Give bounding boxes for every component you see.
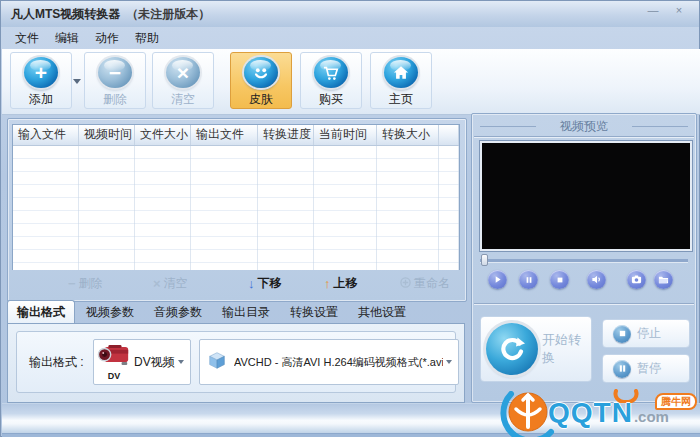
col-filler <box>459 125 464 145</box>
convert-icon <box>486 323 538 375</box>
stop-button[interactable] <box>550 270 569 289</box>
smiley-icon <box>244 57 278 88</box>
rename-icon <box>400 277 411 290</box>
chevron-down-icon <box>446 360 452 364</box>
stop-convert-label: 停止 <box>637 325 661 342</box>
pause-convert-icon <box>613 360 631 378</box>
menu-edit[interactable]: 编辑 <box>47 27 87 50</box>
close-icon[interactable]: × <box>669 4 689 18</box>
edition-label: （未注册版本） <box>126 7 210 21</box>
arrow-up-icon: ↑ <box>324 277 331 290</box>
open-folder-button[interactable] <box>654 270 673 289</box>
pause-convert-label: 暂停 <box>637 360 661 377</box>
qqtn-brand-text: QQTN <box>548 397 633 429</box>
speaker-icon <box>591 274 602 285</box>
file-list-panel: 输入文件 视频时间 文件大小 输出文件 转换进度 当前时间 转换大小 <box>7 118 467 302</box>
file-table-gridlines <box>13 146 459 270</box>
arrow-down-icon: ↓ <box>248 277 255 290</box>
list-delete-label: 删除 <box>79 275 103 292</box>
tab-other-settings[interactable]: 其他设置 <box>349 301 415 324</box>
add-dropdown-icon[interactable] <box>73 79 81 84</box>
col-extra <box>439 125 459 145</box>
pause-icon <box>525 276 533 284</box>
col-converted-size[interactable]: 转换大小 <box>377 125 439 145</box>
tab-output-dir[interactable]: 输出目录 <box>213 301 279 324</box>
buy-button[interactable]: 购买 <box>300 52 362 109</box>
home-icon <box>384 57 418 88</box>
dv-tag: DV <box>108 371 121 381</box>
home-label: 主页 <box>389 91 413 108</box>
seek-track <box>480 259 688 263</box>
camera-icon <box>631 274 642 285</box>
menu-action[interactable]: 动作 <box>87 27 127 50</box>
tab-convert-settings[interactable]: 转换设置 <box>281 301 347 324</box>
pause-button[interactable] <box>519 270 538 289</box>
skin-button[interactable]: 皮肤 <box>230 52 292 109</box>
menu-help[interactable]: 帮助 <box>127 27 167 50</box>
convert-divider <box>474 303 694 304</box>
output-format-label: 输出格式 : <box>29 354 84 371</box>
minus-icon: − <box>68 277 76 290</box>
menu-bar: 文件 编辑 动作 帮助 <box>1 27 699 49</box>
col-progress[interactable]: 转换进度 <box>258 125 314 145</box>
add-icon: + <box>24 57 58 88</box>
rename-label: 重命名 <box>414 275 450 292</box>
app-window: 凡人MTS视频转换器（未注册版本） — × 文件 编辑 动作 帮助 + 添加 −… <box>0 0 700 437</box>
clear-button[interactable]: × 清空 <box>152 52 214 109</box>
x-icon: × <box>153 277 161 290</box>
play-button[interactable] <box>488 270 507 289</box>
stop-convert-button[interactable]: 停止 <box>602 319 690 348</box>
list-delete-button[interactable]: − 删除 <box>68 275 103 292</box>
qqtn-watermark: QQTN .com 腾牛网 <box>493 391 699 437</box>
move-down-button[interactable]: ↓ 下移 <box>248 275 282 292</box>
preview-panel: 视频预览 <box>471 113 697 403</box>
add-label: 添加 <box>29 91 53 108</box>
col-current-time[interactable]: 当前时间 <box>314 125 377 145</box>
preview-divider <box>474 136 694 137</box>
toolbar: + 添加 − 删除 × 清空 皮肤 <box>2 49 700 115</box>
col-file-size[interactable]: 文件大小 <box>135 125 191 145</box>
move-up-label: 上移 <box>334 275 358 292</box>
delete-icon: − <box>98 57 132 88</box>
pause-convert-button[interactable]: 暂停 <box>602 354 690 383</box>
file-table: 输入文件 视频时间 文件大小 输出文件 转换进度 当前时间 转换大小 <box>12 124 460 270</box>
tab-audio-params[interactable]: 音频参数 <box>145 301 211 324</box>
move-up-button[interactable]: ↑ 上移 <box>324 275 358 292</box>
volume-button[interactable] <box>587 270 606 289</box>
col-input-file[interactable]: 输入文件 <box>13 125 79 145</box>
list-clear-button[interactable]: × 清空 <box>153 275 188 292</box>
home-button[interactable]: 主页 <box>370 52 432 109</box>
folder-icon <box>658 274 669 285</box>
tab-video-params[interactable]: 视频参数 <box>77 301 143 324</box>
qqtn-domain-text: .com <box>634 408 669 425</box>
start-convert-button[interactable]: 开始转换 <box>480 316 592 382</box>
settings-tabbar: 输出格式 视频参数 音频参数 输出目录 转换设置 其他设置 <box>7 303 465 324</box>
play-icon <box>493 275 502 284</box>
file-table-header: 输入文件 视频时间 文件大小 输出文件 转换进度 当前时间 转换大小 <box>13 125 459 146</box>
window-title: 凡人MTS视频转换器（未注册版本） <box>11 6 210 23</box>
file-table-body[interactable] <box>13 146 459 270</box>
snapshot-button[interactable] <box>627 270 646 289</box>
menu-file[interactable]: 文件 <box>7 27 47 50</box>
seek-bar[interactable] <box>480 254 688 266</box>
stop-convert-icon <box>613 325 631 343</box>
start-convert-label: 开始转换 <box>542 331 591 367</box>
qqtn-globe-icon <box>499 391 555 437</box>
tab-output-format[interactable]: 输出格式 <box>7 300 75 324</box>
output-format-select[interactable]: AVCHD - 高清AVI H.264编码视频格式(*.avi) <box>199 339 459 385</box>
add-button[interactable]: + 添加 <box>10 52 72 109</box>
delete-button[interactable]: − 删除 <box>84 52 146 109</box>
seek-handle[interactable] <box>481 254 488 266</box>
skin-label: 皮肤 <box>249 91 273 108</box>
list-clear-label: 清空 <box>164 275 188 292</box>
minimize-icon[interactable]: — <box>643 4 663 18</box>
cart-icon <box>314 57 348 88</box>
col-output-file[interactable]: 输出文件 <box>191 125 258 145</box>
rename-button[interactable]: 重命名 <box>400 275 450 292</box>
buy-label: 购买 <box>319 91 343 108</box>
device-type-value: DV视频 <box>134 354 175 371</box>
title-bar: 凡人MTS视频转换器（未注册版本） — × <box>1 1 699 28</box>
col-video-time[interactable]: 视频时间 <box>79 125 135 145</box>
device-type-select[interactable]: DV DV视频 <box>93 339 191 385</box>
preview-title: 视频预览 <box>472 118 696 135</box>
